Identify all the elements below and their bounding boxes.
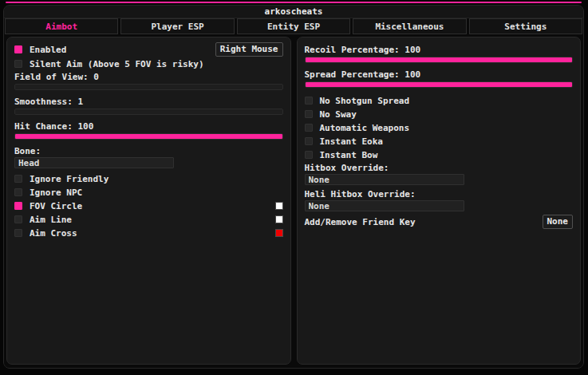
hitbox-override-input[interactable]: [305, 174, 464, 185]
tab-miscellaneous[interactable]: Miscellaneous: [353, 18, 466, 34]
ignore-friendly-checkbox[interactable]: [14, 175, 22, 183]
slider-fill: [306, 82, 573, 87]
no-sway-label: No Sway: [320, 109, 357, 120]
automatic-weapons-checkbox[interactable]: [305, 124, 313, 132]
automatic-weapons-row[interactable]: Automatic Weapons: [305, 121, 574, 134]
silent-aim-label: Silent Aim (Above 5 FOV is risky): [30, 59, 204, 69]
no-sway-row[interactable]: No Sway: [305, 108, 574, 120]
no-shotgun-spread-row[interactable]: No Shotgun Spread: [305, 94, 574, 107]
instant-bow-label: Instant Bow: [320, 150, 378, 160]
aim-cross-checkbox[interactable]: [14, 229, 22, 237]
automatic-weapons-label: Automatic Weapons: [320, 123, 410, 133]
enabled-label: Enabled: [30, 45, 66, 55]
recoil-percentage-label: Recoil Percentage: 100: [305, 45, 574, 55]
silent-aim-row[interactable]: Silent Aim (Above 5 FOV is risky): [14, 57, 283, 70]
instant-eoka-row[interactable]: Instant Eoka: [305, 135, 574, 148]
ignore-friendly-label: Ignore Friendly: [30, 174, 109, 184]
weapons-panel: Recoil Percentage: 100 Spread Percentage…: [297, 37, 582, 365]
instant-bow-checkbox[interactable]: [305, 151, 313, 159]
silent-aim-checkbox[interactable]: [14, 60, 22, 68]
aimbot-keybind-button[interactable]: Right Mouse: [215, 42, 283, 57]
no-shotgun-spread-checkbox[interactable]: [305, 97, 313, 105]
tab-entity-esp[interactable]: Entity ESP: [237, 18, 350, 34]
ignore-npc-checkbox[interactable]: [14, 188, 22, 196]
no-shotgun-spread-label: No Shotgun Spread: [320, 96, 410, 106]
tab-label: Miscellaneous: [375, 22, 444, 32]
aim-cross-label: Aim Cross: [30, 228, 77, 239]
bone-input[interactable]: [14, 157, 174, 168]
spread-percentage-label: Spread Percentage: 100: [305, 69, 574, 80]
fov-circle-row[interactable]: FOV Circle: [14, 199, 283, 212]
smoothness-label: Smoothness: 1: [14, 97, 283, 107]
hit-chance-slider[interactable]: [14, 133, 283, 140]
aim-line-checkbox[interactable]: [14, 215, 22, 223]
hit-chance-label: Hit Chance: 100: [14, 121, 283, 132]
ignore-friendly-row[interactable]: Ignore Friendly: [14, 172, 283, 185]
heli-hitbox-override-input[interactable]: [305, 200, 464, 211]
recoil-percentage-slider[interactable]: [305, 57, 574, 63]
tab-label: Player ESP: [151, 22, 203, 32]
slider-fill: [15, 134, 282, 139]
aim-line-row[interactable]: Aim Line: [14, 213, 283, 226]
aim-line-label: Aim Line: [30, 215, 72, 225]
tab-label: Aimbot: [45, 22, 77, 32]
tab-settings[interactable]: Settings: [469, 18, 582, 34]
fov-circle-label: FOV Circle: [30, 201, 82, 211]
enabled-checkbox[interactable]: [14, 45, 22, 53]
tab-label: Settings: [504, 22, 547, 32]
aim-cross-row[interactable]: Aim Cross: [14, 227, 283, 239]
aim-line-color-swatch[interactable]: [275, 215, 283, 223]
no-sway-checkbox[interactable]: [305, 110, 313, 118]
instant-bow-row[interactable]: Instant Bow: [305, 148, 574, 161]
fov-circle-checkbox[interactable]: [14, 202, 22, 210]
tab-bar: Aimbot Player ESP Entity ESP Miscellaneo…: [4, 18, 583, 34]
cheat-window: arkoscheats Aimbot Player ESP Entity ESP…: [3, 5, 584, 369]
instant-eoka-checkbox[interactable]: [305, 137, 313, 145]
heli-hitbox-override-label: Heli Hitbox Override:: [305, 189, 574, 199]
ignore-npc-label: Ignore NPC: [30, 188, 82, 198]
fov-circle-color-swatch[interactable]: [275, 202, 283, 210]
spread-percentage-slider[interactable]: [305, 81, 574, 88]
slider-fill: [306, 57, 573, 62]
field-of-view-slider[interactable]: [14, 84, 283, 90]
tab-player-esp[interactable]: Player ESP: [120, 18, 234, 34]
friend-key-button[interactable]: None: [543, 215, 574, 229]
ignore-npc-row[interactable]: Ignore NPC: [14, 186, 283, 199]
window-title: arkoscheats: [265, 6, 323, 17]
field-of-view-label: Field of View: 0: [14, 72, 283, 82]
friend-key-label: Add/Remove Friend Key: [305, 217, 416, 227]
aim-cross-color-swatch[interactable]: [275, 229, 283, 237]
friend-key-row: Add/Remove Friend Key None: [305, 215, 574, 228]
aimbot-panel: Enabled Right Mouse Silent Aim (Above 5 …: [6, 37, 291, 365]
instant-eoka-label: Instant Eoka: [320, 136, 383, 147]
hitbox-override-label: Hitbox Override:: [305, 163, 574, 173]
top-accent-line: [6, 2, 582, 3]
tab-label: Entity ESP: [267, 22, 320, 32]
enabled-row[interactable]: Enabled Right Mouse: [14, 43, 283, 56]
content-area: Enabled Right Mouse Silent Aim (Above 5 …: [4, 34, 583, 368]
title-bar[interactable]: arkoscheats: [4, 6, 583, 18]
bone-label: Bone:: [14, 146, 283, 156]
smoothness-slider[interactable]: [14, 109, 283, 115]
tab-aimbot[interactable]: Aimbot: [5, 18, 118, 34]
